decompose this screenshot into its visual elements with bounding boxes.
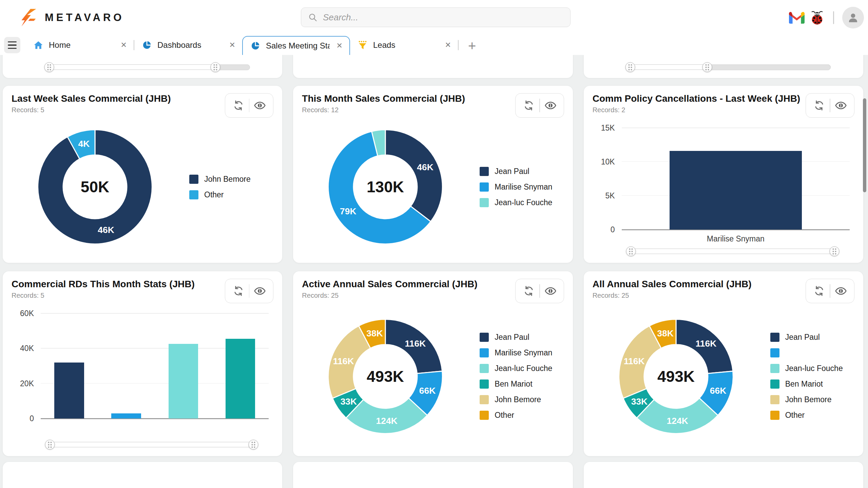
ladybug-icon[interactable] xyxy=(809,10,825,25)
legend-swatch xyxy=(770,379,779,389)
bar-marilise-snyman[interactable] xyxy=(670,151,802,230)
tab-bar: Home✕Dashboards✕Sales Meeting Stat...✕Le… xyxy=(0,35,868,55)
card-title: This Month Sales Commercial (JHB) xyxy=(302,93,465,104)
logo-lightning-icon xyxy=(18,8,39,27)
refresh-button[interactable] xyxy=(228,280,249,301)
tab-leads[interactable]: Leads✕ xyxy=(350,35,458,55)
eye-icon xyxy=(835,99,847,112)
donut-chart[interactable]: 116K66K124K33K116K38K493K xyxy=(322,313,448,440)
range-slider[interactable] xyxy=(631,249,835,254)
legend-item-jean-paul[interactable]: Jean Paul xyxy=(770,333,843,342)
chart-area: 116K66K124K33K116K38K493KJean PaulMarili… xyxy=(302,304,564,449)
tab-dashboards[interactable]: Dashboards✕ xyxy=(134,35,242,55)
legend-swatch xyxy=(480,364,489,373)
tab-home[interactable]: Home✕ xyxy=(26,35,134,55)
legend-item[interactable] xyxy=(770,348,843,357)
slider-handle-left[interactable] xyxy=(626,247,636,256)
legend-item-ben-mariot[interactable]: Ben Mariot xyxy=(480,379,552,389)
range-slider[interactable] xyxy=(630,64,831,70)
legend-item-jean-luc-fouche[interactable]: Jean-luc Fouche xyxy=(480,364,552,373)
slider-handle-left[interactable] xyxy=(625,62,635,72)
card-title: Commercial RDs This Month Stats (JHB) xyxy=(12,279,195,290)
card-actions xyxy=(225,93,274,118)
close-tab-icon[interactable]: ✕ xyxy=(119,41,128,50)
refresh-button[interactable] xyxy=(809,280,830,301)
legend-item-jean-paul[interactable]: Jean Paul xyxy=(480,167,552,176)
logo-text: METAVARO xyxy=(45,12,124,24)
donut-chart[interactable]: 46K4K50K xyxy=(32,124,158,250)
search-bar[interactable] xyxy=(301,7,571,27)
legend-item-jean-paul[interactable]: Jean Paul xyxy=(480,333,552,342)
eye-button[interactable] xyxy=(249,280,270,301)
refresh-button[interactable] xyxy=(518,280,539,301)
pie-icon xyxy=(250,41,261,51)
legend-item-john-bemore[interactable]: John Bemore xyxy=(189,175,251,184)
bar-series-3[interactable] xyxy=(169,344,198,418)
close-tab-icon[interactable]: ✕ xyxy=(228,41,237,50)
slider-handle-left[interactable] xyxy=(44,62,54,72)
tabs-container: Home✕Dashboards✕Sales Meeting Stat...✕Le… xyxy=(26,35,478,55)
card-header-text: This Month Sales Commercial (JHB)Records… xyxy=(302,93,465,114)
legend-item-john-bemore[interactable]: John Bemore xyxy=(770,395,843,404)
eye-button[interactable] xyxy=(540,280,561,301)
slider-handle-right[interactable] xyxy=(210,62,220,72)
range-slider[interactable] xyxy=(50,442,254,447)
search-input[interactable] xyxy=(322,12,563,23)
legend-swatch xyxy=(480,411,489,420)
vertical-scrollbar[interactable] xyxy=(863,98,866,192)
chart-legend: Jean PaulMarilise SnymanJean-luc FoucheB… xyxy=(480,333,552,420)
menu-button[interactable] xyxy=(4,37,20,53)
eye-button[interactable] xyxy=(830,95,851,116)
chart-area: 116K66K124K33K116K38K493KJean PaulJean-l… xyxy=(593,304,854,449)
legend-item-ben-mariot[interactable]: Ben Mariot xyxy=(770,379,843,389)
legend-item-other[interactable]: Other xyxy=(480,411,552,420)
tab-label: Home xyxy=(49,40,114,50)
legend-item-jean-luc-fouche[interactable]: Jean-luc Fouche xyxy=(480,198,552,207)
bar-series-1[interactable] xyxy=(54,363,84,418)
slider-handle-right[interactable] xyxy=(249,440,258,450)
refresh-button[interactable] xyxy=(228,95,249,116)
slice-label: 46K xyxy=(417,162,433,172)
slice-label: 124K xyxy=(376,416,398,426)
slider-handle-right[interactable] xyxy=(702,62,712,72)
close-tab-icon[interactable]: ✕ xyxy=(444,41,452,50)
legend-label: Marilise Snyman xyxy=(495,182,552,192)
donut-chart[interactable]: 116K66K124K33K116K38K493K xyxy=(613,313,739,440)
eye-button[interactable] xyxy=(830,280,851,301)
slider-handle-right[interactable] xyxy=(829,247,839,256)
legend-item-other[interactable]: Other xyxy=(189,190,251,199)
card-partial xyxy=(584,462,863,488)
card-partial xyxy=(293,55,573,78)
legend-label: Jean-luc Fouche xyxy=(785,364,843,373)
tab-sales-meeting-stat[interactable]: Sales Meeting Stat...✕ xyxy=(242,36,350,55)
legend-swatch xyxy=(480,348,489,357)
legend-swatch xyxy=(480,395,489,404)
donut-chart[interactable]: 46K79K130K xyxy=(322,124,448,250)
card-header-text: Last Week Sales Commercial (JHB)Records:… xyxy=(12,93,171,114)
range-slider[interactable] xyxy=(49,64,250,70)
legend-swatch xyxy=(770,411,779,420)
eye-button[interactable] xyxy=(540,95,561,116)
avatar[interactable] xyxy=(842,7,864,28)
donut-slice-jean-paul[interactable] xyxy=(385,130,442,222)
card-partial xyxy=(584,55,863,78)
eye-button[interactable] xyxy=(249,95,270,116)
new-tab-button[interactable]: + xyxy=(466,39,478,53)
slice-label: 124K xyxy=(667,416,688,426)
legend-item-john-bemore[interactable]: John Bemore xyxy=(480,395,552,404)
legend-item-jean-luc-fouche[interactable]: Jean-luc Fouche xyxy=(770,364,843,373)
gmail-icon[interactable] xyxy=(789,12,805,24)
refresh-button[interactable] xyxy=(518,95,539,116)
funnel-icon xyxy=(358,40,368,50)
legend-label xyxy=(785,349,789,357)
chart-area: 46K79K130KJean PaulMarilise SnymanJean-l… xyxy=(302,118,564,255)
bar-series-2[interactable] xyxy=(111,413,141,419)
slider-handle-left[interactable] xyxy=(45,440,55,450)
logo: METAVARO xyxy=(18,0,124,35)
legend-item-marilise-snyman[interactable]: Marilise Snyman xyxy=(480,348,552,357)
close-tab-icon[interactable]: ✕ xyxy=(335,41,344,50)
legend-item-marilise-snyman[interactable]: Marilise Snyman xyxy=(480,182,552,192)
refresh-button[interactable] xyxy=(809,95,830,116)
bar-series-4[interactable] xyxy=(226,339,255,418)
legend-item-other[interactable]: Other xyxy=(770,411,843,420)
